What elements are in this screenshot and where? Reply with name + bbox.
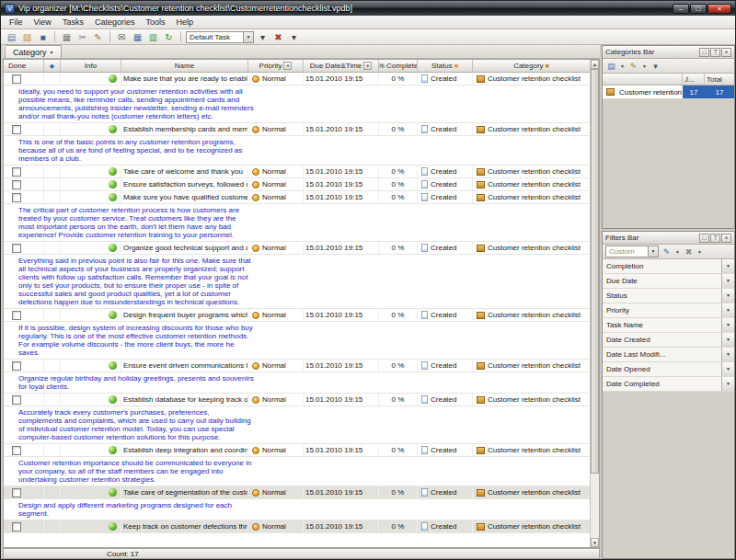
delete-icon[interactable]: ✖	[271, 30, 285, 43]
task-row[interactable]: Take care of welcome and thank youNormal…	[4, 166, 590, 178]
menu-item-help[interactable]: Help	[170, 17, 199, 28]
task-row[interactable]: Make sure you have qualified customer se…	[4, 191, 590, 204]
maximize-button[interactable]: □	[690, 4, 707, 14]
close-panel-icon[interactable]: ×	[721, 234, 731, 243]
close-panel-icon[interactable]: ×	[721, 48, 731, 57]
category-menu-icon[interactable]: ▾	[650, 60, 661, 72]
filter-row[interactable]: Date Opened▼	[603, 362, 734, 377]
vertical-scrollbar[interactable]: ▲ ▼	[590, 60, 599, 547]
filter-dropdown-button[interactable]: ▼	[721, 362, 734, 376]
task-row[interactable]: Establish database for keeping track on …	[4, 394, 590, 406]
task-checkbox[interactable]	[12, 311, 21, 320]
tab-category[interactable]: Category ▾	[5, 45, 62, 58]
filter-row[interactable]: Date Last Modifi...▼	[603, 348, 734, 362]
close-button[interactable]: ×	[707, 4, 731, 14]
filter-dropdown-button[interactable]: ▼	[721, 259, 734, 273]
column-header-done[interactable]: Done	[4, 60, 44, 72]
clear-filter-icon[interactable]: ✖	[683, 246, 695, 257]
column-header-priority[interactable]: Priority▼	[248, 60, 304, 72]
column-header-status[interactable]: Status■	[418, 60, 473, 72]
calendar-icon[interactable]: ▦	[131, 30, 144, 43]
task-checkbox[interactable]	[12, 167, 21, 177]
filters-bar-title-bar[interactable]: Filters Bar □ ⊤ ×	[603, 232, 734, 245]
default-task-combo[interactable]: Default Task▼	[186, 31, 254, 43]
categories-bar-title-bar[interactable]: Categories Bar □ ⊤ ×	[603, 46, 734, 59]
report-icon[interactable]: ▥	[146, 30, 160, 43]
task-row[interactable]: Make sure that you are ready to enable a…	[4, 73, 590, 86]
task-checkbox[interactable]	[12, 74, 21, 84]
menu-item-view[interactable]: View	[29, 17, 57, 28]
filter-row[interactable]: Task Name▼	[603, 318, 734, 333]
column-header-due[interactable]: Due Date&Time▼	[304, 60, 379, 72]
due-filter-arrow-icon[interactable]: ▼	[363, 62, 372, 70]
filter-dropdown-button[interactable]: ▼	[721, 289, 734, 303]
scroll-thumb[interactable]	[591, 69, 599, 474]
task-row[interactable]: Establish deep integration and coordinat…	[4, 444, 590, 457]
category-total-column-header[interactable]: Total	[705, 74, 734, 85]
task-checkbox[interactable]	[12, 395, 21, 405]
chevron-down-icon[interactable]: ▼	[648, 246, 658, 257]
task-row[interactable]: Establish membership cards and membershi…	[4, 123, 590, 136]
edit-icon[interactable]: ✎	[91, 30, 105, 43]
filter-dropdown-button[interactable]: ▼	[721, 274, 734, 288]
task-checkbox[interactable]	[12, 244, 21, 253]
chevron-down-icon[interactable]: ▼	[619, 63, 626, 69]
restore-panel-icon[interactable]: □	[699, 234, 709, 243]
chevron-down-icon[interactable]: ▼	[243, 32, 253, 42]
filter-preset-combo[interactable]: Custom ▼	[605, 246, 659, 257]
print-icon[interactable]: ▦	[60, 30, 74, 43]
chevron-down-icon[interactable]: ▼	[696, 249, 703, 255]
category-name-column-header[interactable]	[603, 74, 683, 85]
chevron-down-icon[interactable]: ▼	[674, 249, 681, 255]
task-checkbox[interactable]	[12, 193, 21, 202]
filter-dropdown-button[interactable]: ▼	[721, 377, 734, 391]
save-icon[interactable]: ■	[36, 30, 50, 43]
email-icon[interactable]: ✉	[115, 30, 129, 43]
task-row[interactable]: Organize good technical support and advi…	[4, 242, 590, 255]
task-row[interactable]: Ensure satisfaction surveys, followed up…	[4, 178, 590, 191]
task-checkbox[interactable]	[12, 125, 21, 134]
cut-icon[interactable]: ✂	[75, 30, 89, 43]
column-header-complete[interactable]: % Complete	[379, 60, 418, 72]
scroll-up-button[interactable]: ▲	[591, 60, 599, 69]
open-file-icon[interactable]: ▨	[20, 30, 34, 43]
priority-filter-arrow-icon[interactable]: ▼	[283, 62, 292, 70]
menu-item-file[interactable]: File	[4, 17, 29, 28]
filter-dropdown-button[interactable]: ▼	[721, 333, 734, 347]
filter-dropdown-button[interactable]: ▼	[721, 318, 734, 332]
task-checkbox[interactable]	[12, 361, 21, 371]
more-arrow-icon[interactable]: ▾	[287, 30, 301, 43]
task-row[interactable]: Keep track on customer defections throug…	[4, 520, 590, 533]
filter-row[interactable]: Status▼	[603, 289, 734, 303]
task-checkbox[interactable]	[12, 446, 21, 455]
menu-item-categories[interactable]: Categories	[89, 17, 141, 28]
filter-row[interactable]: Priority▼	[603, 303, 734, 318]
filter-dropdown-button[interactable]: ▼	[721, 348, 734, 361]
filter-row[interactable]: Date Completed▼	[603, 377, 734, 392]
filter-row[interactable]: Completion▼	[603, 259, 734, 274]
category-row[interactable]: Customer retention chec1717	[603, 86, 734, 99]
column-header-sort[interactable]: ◆	[44, 60, 61, 72]
chevron-down-icon[interactable]: ▼	[641, 63, 648, 69]
task-row[interactable]: Design frequent buyer programs which sti…	[4, 309, 590, 322]
pin-icon[interactable]: ⊤	[710, 234, 720, 243]
title-bar[interactable]: V Vip organizer [M:\Checklists\Customer …	[1, 1, 735, 16]
task-row[interactable]: Take care of segmentation of the custome…	[4, 486, 590, 499]
task-checkbox[interactable]	[12, 180, 21, 189]
pin-icon[interactable]: ⊤	[710, 48, 720, 57]
column-header-category[interactable]: Category■	[473, 60, 590, 72]
edit-category-icon[interactable]: ✎	[627, 60, 639, 72]
minimize-button[interactable]: –	[673, 4, 689, 14]
filter-dropdown-button[interactable]: ▼	[721, 303, 734, 317]
scroll-down-button[interactable]: ▼	[591, 538, 599, 547]
task-checkbox[interactable]	[12, 522, 21, 531]
column-header-info[interactable]: Info	[61, 60, 121, 72]
task-checkbox[interactable]	[12, 488, 21, 497]
new-file-icon[interactable]: ▤	[5, 30, 18, 43]
menu-item-tasks[interactable]: Tasks	[57, 17, 89, 28]
menu-item-tools[interactable]: Tools	[140, 17, 170, 28]
edit-filter-icon[interactable]: ✎	[661, 246, 673, 257]
add-category-icon[interactable]: ▤	[605, 60, 617, 72]
column-header-name[interactable]: Name	[121, 60, 248, 72]
category-count-column-header[interactable]: J...	[683, 74, 705, 85]
